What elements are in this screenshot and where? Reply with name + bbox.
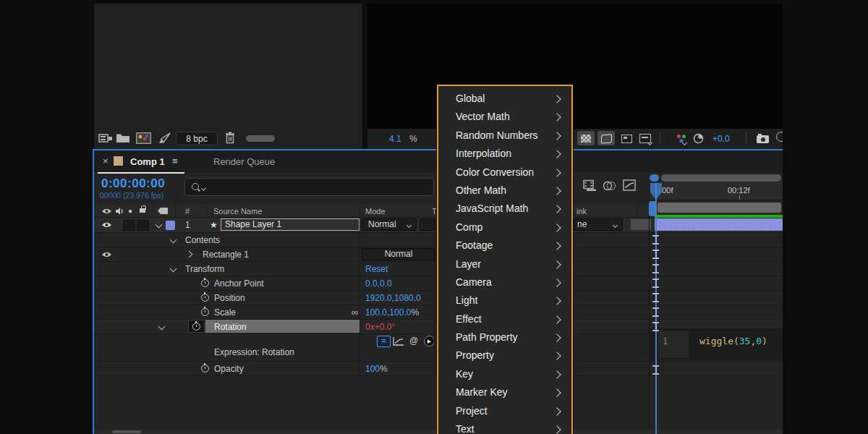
panel-menu-icon[interactable]: ≡ <box>172 156 178 166</box>
grid-guides-button[interactable] <box>637 131 654 145</box>
column-divider <box>206 206 207 216</box>
viewer-zoom-value[interactable]: 4.1 <box>389 134 401 144</box>
stopwatch-icon[interactable] <box>201 365 209 373</box>
stopwatch-icon[interactable] <box>201 308 209 316</box>
menu-item-comp[interactable]: Comp <box>438 218 571 237</box>
work-area-bar[interactable] <box>658 203 781 213</box>
menu-item-color-conversion[interactable]: Color Conversion <box>438 163 571 182</box>
trash-icon[interactable] <box>225 132 235 144</box>
contents-label: Contents <box>185 235 220 245</box>
graph-editor-icon[interactable] <box>623 179 637 192</box>
solo-icon[interactable]: ● <box>128 207 132 215</box>
footage-thumbnail-icon[interactable] <box>136 132 151 144</box>
show-snapshot-button[interactable] <box>776 129 783 149</box>
menu-item-vector-math[interactable]: Vector Math <box>438 108 571 126</box>
search-input[interactable] <box>184 178 434 196</box>
transform-reset-link[interactable]: Reset <box>365 264 388 274</box>
menu-item-property[interactable]: Property <box>438 346 571 365</box>
audio-icon[interactable] <box>115 207 124 216</box>
menu-item-project[interactable]: Project <box>438 402 571 420</box>
tab-render-queue[interactable]: Render Queue <box>213 156 275 167</box>
twirl-down-icon[interactable] <box>170 265 177 273</box>
anchor-point-value[interactable]: 0.0,0.0 <box>365 278 392 289</box>
layer-label-swatch[interactable] <box>166 221 175 230</box>
layer-twirl-icon[interactable] <box>156 221 163 229</box>
audio-toggle-cell[interactable] <box>123 220 135 231</box>
menu-item-effect[interactable]: Effect <box>438 310 571 328</box>
menu-item-global[interactable]: Global <box>438 90 571 108</box>
rectangle-mode-dropdown[interactable]: Normal <box>362 248 435 260</box>
scale-value[interactable]: 100.0,100.0% <box>365 307 419 318</box>
eye-icon[interactable] <box>101 251 112 258</box>
expression-editor[interactable]: 1 wiggle(35,0) <box>650 328 783 360</box>
layer-mode-dropdown[interactable]: Normal <box>362 218 417 231</box>
channel-select-button[interactable] <box>671 131 689 145</box>
menu-item-marker-key[interactable]: Marker Key <box>438 383 571 401</box>
folder-icon[interactable] <box>116 133 130 144</box>
menu-item-interpolation[interactable]: Interpolation <box>438 145 571 163</box>
label-tag-icon[interactable] <box>158 208 168 214</box>
twirl-down-icon[interactable] <box>170 237 177 244</box>
menu-item-footage[interactable]: Footage <box>438 237 571 255</box>
eye-icon[interactable] <box>101 221 112 229</box>
composition-viewer[interactable] <box>367 4 783 129</box>
column-hash[interactable]: # <box>185 207 190 216</box>
column-trkmat[interactable]: T <box>432 207 437 216</box>
frame-blend-icon[interactable] <box>583 179 597 192</box>
menu-item-path-property[interactable]: Path Property <box>438 328 571 346</box>
color-depth-button[interactable]: 8 bpc <box>176 132 218 145</box>
motion-blur-icon[interactable] <box>603 180 617 192</box>
timeline-split-divider[interactable] <box>649 182 650 434</box>
exposure-value[interactable]: +0.0 <box>712 134 730 144</box>
brush-icon[interactable] <box>158 132 171 144</box>
panel-resize-handle[interactable] <box>246 135 275 142</box>
mask-visibility-button[interactable] <box>597 131 615 145</box>
expression-graph-icon[interactable] <box>393 336 404 346</box>
link-dimensions-icon[interactable]: ∞ <box>352 307 358 318</box>
layer-name-field[interactable]: Shape Layer 1 <box>221 218 359 231</box>
layer-duration-bar[interactable] <box>655 218 783 231</box>
menu-item-other-math[interactable]: Other Math <box>438 182 571 200</box>
column-parent-link-partial[interactable]: ink <box>576 207 587 216</box>
transparency-grid-button[interactable] <box>577 131 595 145</box>
exposure-button[interactable] <box>690 131 707 145</box>
twirl-right-icon[interactable] <box>186 251 193 258</box>
trkmat-dropdown-partial[interactable] <box>420 218 435 231</box>
column-mode[interactable]: Mode <box>365 207 386 216</box>
opacity-unit: % <box>380 364 388 374</box>
menu-item-javascript-math[interactable]: JavaScript Math <box>438 200 571 218</box>
menu-item-key[interactable]: Key <box>438 365 571 383</box>
position-value[interactable]: 1920.0,1080.0 <box>365 293 421 303</box>
time-ruler[interactable]: 0:00f 00:12f <box>650 182 783 200</box>
close-icon[interactable]: × <box>103 156 109 166</box>
timeline-zoom-scrollbar[interactable] <box>661 174 781 182</box>
menu-item-camera[interactable]: Camera <box>438 273 571 292</box>
expression-code[interactable]: wiggle(35,0) <box>699 336 767 346</box>
current-timecode[interactable]: 0:00:00:00 <box>101 176 165 191</box>
expression-enable-icon[interactable]: = <box>377 336 391 347</box>
pick-whip-icon[interactable]: @ <box>409 336 418 346</box>
menu-item-text[interactable]: Text <box>438 420 571 434</box>
stopwatch-icon[interactable] <box>201 279 209 287</box>
region-of-interest-button[interactable] <box>618 131 635 145</box>
stopwatch-icon-active[interactable] <box>192 323 200 331</box>
stopwatch-icon[interactable] <box>201 294 209 302</box>
code-arg2: 0 <box>756 336 762 346</box>
horizontal-scrollbar-thumb[interactable] <box>112 430 141 433</box>
menu-item-light[interactable]: Light <box>438 292 571 310</box>
column-source-name[interactable]: Source Name <box>213 207 262 216</box>
menu-item-layer[interactable]: Layer <box>438 255 571 273</box>
opacity-value[interactable]: 100% <box>365 364 388 374</box>
solo-toggle-cell[interactable] <box>137 220 149 231</box>
rotation-value[interactable]: 0x+0.0° <box>365 322 395 332</box>
timeline-zoom-handle[interactable] <box>650 174 659 182</box>
snapshot-button[interactable] <box>754 131 772 145</box>
parent-link-dropdown-partial[interactable]: ne <box>574 218 623 231</box>
menu-item-random-numbers[interactable]: Random Numbers <box>438 127 571 145</box>
expression-language-menu-button[interactable]: ▶ <box>424 336 435 346</box>
flowchart-icon[interactable] <box>98 133 113 144</box>
eye-icon[interactable] <box>101 208 112 215</box>
tab-comp-1[interactable]: × Comp 1 ≡ <box>98 150 184 174</box>
twirl-down-icon[interactable] <box>158 323 166 331</box>
project-panel[interactable] <box>94 4 362 129</box>
